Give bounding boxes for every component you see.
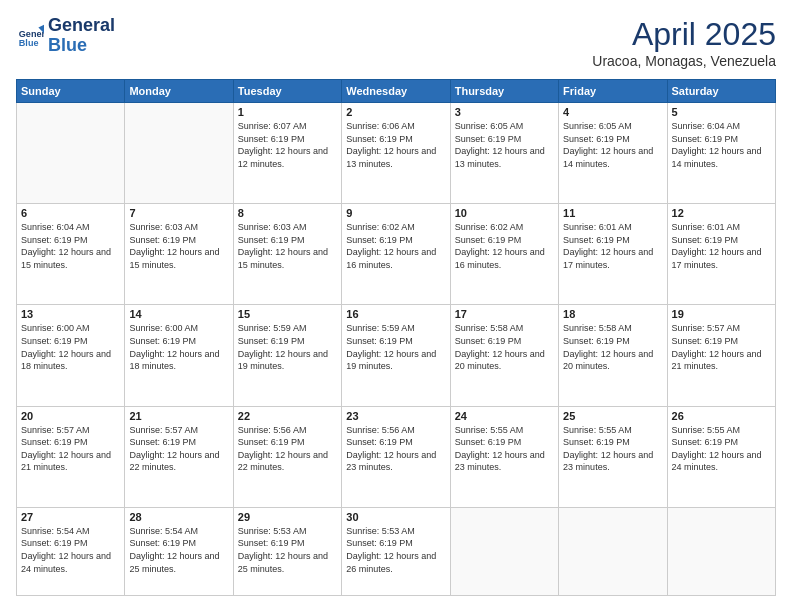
- day-info: Sunrise: 6:01 AMSunset: 6:19 PMDaylight:…: [672, 221, 771, 271]
- day-info: Sunrise: 6:07 AMSunset: 6:19 PMDaylight:…: [238, 120, 337, 170]
- header-row: SundayMondayTuesdayWednesdayThursdayFrid…: [17, 80, 776, 103]
- week-row-3: 13Sunrise: 6:00 AMSunset: 6:19 PMDayligh…: [17, 305, 776, 406]
- day-number: 21: [129, 410, 228, 422]
- day-number: 9: [346, 207, 445, 219]
- day-number: 20: [21, 410, 120, 422]
- day-info: Sunrise: 5:57 AMSunset: 6:19 PMDaylight:…: [21, 424, 120, 474]
- day-cell: 17Sunrise: 5:58 AMSunset: 6:19 PMDayligh…: [450, 305, 558, 406]
- day-info: Sunrise: 6:03 AMSunset: 6:19 PMDaylight:…: [129, 221, 228, 271]
- day-cell: 23Sunrise: 5:56 AMSunset: 6:19 PMDayligh…: [342, 406, 450, 507]
- logo: General Blue General Blue: [16, 16, 115, 56]
- day-info: Sunrise: 6:05 AMSunset: 6:19 PMDaylight:…: [563, 120, 662, 170]
- logo-icon: General Blue: [16, 22, 44, 50]
- day-cell: 3Sunrise: 6:05 AMSunset: 6:19 PMDaylight…: [450, 103, 558, 204]
- week-row-2: 6Sunrise: 6:04 AMSunset: 6:19 PMDaylight…: [17, 204, 776, 305]
- day-info: Sunrise: 5:57 AMSunset: 6:19 PMDaylight:…: [129, 424, 228, 474]
- col-header-sunday: Sunday: [17, 80, 125, 103]
- day-info: Sunrise: 6:03 AMSunset: 6:19 PMDaylight:…: [238, 221, 337, 271]
- week-row-1: 1Sunrise: 6:07 AMSunset: 6:19 PMDaylight…: [17, 103, 776, 204]
- day-number: 22: [238, 410, 337, 422]
- day-info: Sunrise: 6:04 AMSunset: 6:19 PMDaylight:…: [672, 120, 771, 170]
- day-info: Sunrise: 5:54 AMSunset: 6:19 PMDaylight:…: [21, 525, 120, 575]
- day-cell: 7Sunrise: 6:03 AMSunset: 6:19 PMDaylight…: [125, 204, 233, 305]
- day-cell: 28Sunrise: 5:54 AMSunset: 6:19 PMDayligh…: [125, 507, 233, 595]
- day-number: 2: [346, 106, 445, 118]
- day-cell: 4Sunrise: 6:05 AMSunset: 6:19 PMDaylight…: [559, 103, 667, 204]
- svg-text:Blue: Blue: [19, 38, 39, 48]
- day-info: Sunrise: 5:54 AMSunset: 6:19 PMDaylight:…: [129, 525, 228, 575]
- day-cell: 24Sunrise: 5:55 AMSunset: 6:19 PMDayligh…: [450, 406, 558, 507]
- day-number: 14: [129, 308, 228, 320]
- calendar-table: SundayMondayTuesdayWednesdayThursdayFrid…: [16, 79, 776, 596]
- day-info: Sunrise: 5:58 AMSunset: 6:19 PMDaylight:…: [455, 322, 554, 372]
- day-number: 27: [21, 511, 120, 523]
- day-cell: 9Sunrise: 6:02 AMSunset: 6:19 PMDaylight…: [342, 204, 450, 305]
- day-cell: 1Sunrise: 6:07 AMSunset: 6:19 PMDaylight…: [233, 103, 341, 204]
- day-info: Sunrise: 5:55 AMSunset: 6:19 PMDaylight:…: [672, 424, 771, 474]
- day-cell: 29Sunrise: 5:53 AMSunset: 6:19 PMDayligh…: [233, 507, 341, 595]
- day-cell: 5Sunrise: 6:04 AMSunset: 6:19 PMDaylight…: [667, 103, 775, 204]
- day-number: 11: [563, 207, 662, 219]
- day-cell: 16Sunrise: 5:59 AMSunset: 6:19 PMDayligh…: [342, 305, 450, 406]
- day-number: 29: [238, 511, 337, 523]
- day-cell: [667, 507, 775, 595]
- day-info: Sunrise: 5:55 AMSunset: 6:19 PMDaylight:…: [455, 424, 554, 474]
- header: General Blue General Blue April 2025 Ura…: [16, 16, 776, 69]
- day-number: 24: [455, 410, 554, 422]
- day-number: 17: [455, 308, 554, 320]
- day-info: Sunrise: 6:02 AMSunset: 6:19 PMDaylight:…: [455, 221, 554, 271]
- col-header-friday: Friday: [559, 80, 667, 103]
- day-info: Sunrise: 6:00 AMSunset: 6:19 PMDaylight:…: [129, 322, 228, 372]
- day-cell: 15Sunrise: 5:59 AMSunset: 6:19 PMDayligh…: [233, 305, 341, 406]
- day-cell: 13Sunrise: 6:00 AMSunset: 6:19 PMDayligh…: [17, 305, 125, 406]
- day-cell: 19Sunrise: 5:57 AMSunset: 6:19 PMDayligh…: [667, 305, 775, 406]
- subtitle: Uracoa, Monagas, Venezuela: [592, 53, 776, 69]
- day-cell: 30Sunrise: 5:53 AMSunset: 6:19 PMDayligh…: [342, 507, 450, 595]
- day-number: 10: [455, 207, 554, 219]
- day-cell: 26Sunrise: 5:55 AMSunset: 6:19 PMDayligh…: [667, 406, 775, 507]
- day-info: Sunrise: 5:55 AMSunset: 6:19 PMDaylight:…: [563, 424, 662, 474]
- day-number: 25: [563, 410, 662, 422]
- day-info: Sunrise: 5:57 AMSunset: 6:19 PMDaylight:…: [672, 322, 771, 372]
- day-number: 8: [238, 207, 337, 219]
- day-number: 1: [238, 106, 337, 118]
- week-row-4: 20Sunrise: 5:57 AMSunset: 6:19 PMDayligh…: [17, 406, 776, 507]
- col-header-tuesday: Tuesday: [233, 80, 341, 103]
- day-info: Sunrise: 5:58 AMSunset: 6:19 PMDaylight:…: [563, 322, 662, 372]
- day-number: 30: [346, 511, 445, 523]
- day-number: 3: [455, 106, 554, 118]
- day-number: 13: [21, 308, 120, 320]
- col-header-monday: Monday: [125, 80, 233, 103]
- day-info: Sunrise: 6:01 AMSunset: 6:19 PMDaylight:…: [563, 221, 662, 271]
- day-number: 18: [563, 308, 662, 320]
- day-number: 28: [129, 511, 228, 523]
- day-cell: 21Sunrise: 5:57 AMSunset: 6:19 PMDayligh…: [125, 406, 233, 507]
- day-cell: 14Sunrise: 6:00 AMSunset: 6:19 PMDayligh…: [125, 305, 233, 406]
- day-number: 6: [21, 207, 120, 219]
- day-number: 4: [563, 106, 662, 118]
- col-header-saturday: Saturday: [667, 80, 775, 103]
- day-cell: [125, 103, 233, 204]
- logo-line1: General: [48, 16, 115, 36]
- day-info: Sunrise: 6:02 AMSunset: 6:19 PMDaylight:…: [346, 221, 445, 271]
- day-info: Sunrise: 5:56 AMSunset: 6:19 PMDaylight:…: [238, 424, 337, 474]
- day-number: 7: [129, 207, 228, 219]
- week-row-5: 27Sunrise: 5:54 AMSunset: 6:19 PMDayligh…: [17, 507, 776, 595]
- day-cell: 12Sunrise: 6:01 AMSunset: 6:19 PMDayligh…: [667, 204, 775, 305]
- day-cell: 25Sunrise: 5:55 AMSunset: 6:19 PMDayligh…: [559, 406, 667, 507]
- day-cell: 27Sunrise: 5:54 AMSunset: 6:19 PMDayligh…: [17, 507, 125, 595]
- day-number: 5: [672, 106, 771, 118]
- day-info: Sunrise: 5:59 AMSunset: 6:19 PMDaylight:…: [346, 322, 445, 372]
- day-info: Sunrise: 5:53 AMSunset: 6:19 PMDaylight:…: [346, 525, 445, 575]
- month-title: April 2025: [592, 16, 776, 53]
- day-info: Sunrise: 6:00 AMSunset: 6:19 PMDaylight:…: [21, 322, 120, 372]
- day-cell: 20Sunrise: 5:57 AMSunset: 6:19 PMDayligh…: [17, 406, 125, 507]
- day-info: Sunrise: 6:04 AMSunset: 6:19 PMDaylight:…: [21, 221, 120, 271]
- day-cell: [450, 507, 558, 595]
- day-number: 16: [346, 308, 445, 320]
- day-info: Sunrise: 6:05 AMSunset: 6:19 PMDaylight:…: [455, 120, 554, 170]
- day-info: Sunrise: 6:06 AMSunset: 6:19 PMDaylight:…: [346, 120, 445, 170]
- day-cell: 8Sunrise: 6:03 AMSunset: 6:19 PMDaylight…: [233, 204, 341, 305]
- col-header-thursday: Thursday: [450, 80, 558, 103]
- day-cell: [559, 507, 667, 595]
